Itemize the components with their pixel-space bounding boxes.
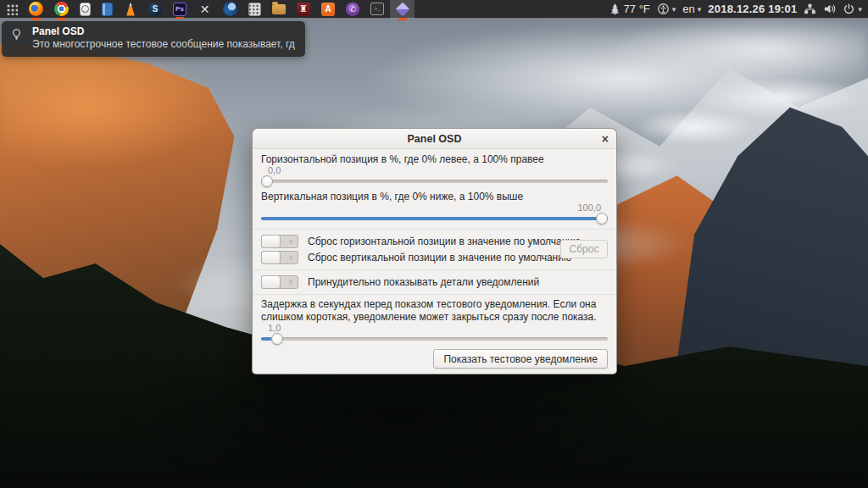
running-indicator	[175, 17, 184, 19]
panel-osd-icon[interactable]	[395, 2, 409, 16]
blue-book-app-icon[interactable]	[102, 3, 113, 16]
close-button[interactable]: ×	[602, 133, 609, 145]
network-icon[interactable]	[804, 3, 816, 15]
clock-indicator[interactable]: 2018.12.26 19:01	[708, 3, 797, 15]
notification-title: Panel OSD	[32, 25, 295, 38]
chevron-down-icon: ▾	[672, 5, 676, 14]
running-indicator	[398, 18, 407, 20]
separator	[253, 294, 616, 295]
horizontal-position-label: Горизонтальной позиция в %, где 0% левее…	[261, 153, 608, 165]
keyboard-layout-indicator[interactable]: en ▾	[682, 3, 701, 15]
dialog-body: Горизонтальной позиция в %, где 0% левее…	[253, 149, 616, 369]
notification-bubble[interactable]: Panel OSD Это многострочное тестовое соо…	[2, 21, 305, 57]
power-icon	[843, 3, 855, 15]
force-details-row: ○ Принудительно показывать детали уведом…	[261, 274, 608, 290]
vlc-icon[interactable]	[124, 3, 137, 16]
store-glyph: A	[325, 4, 331, 14]
reset-vertical-row: ○ Сброс вертикальной позиции в значение …	[261, 249, 554, 265]
switch-off-glyph: ○	[289, 236, 293, 245]
tools-glyph: ✕	[200, 3, 210, 16]
desktop: SPs✕♜A✆>_ 77 °F ▾ en ▾ 2018.12.26 19:01 …	[0, 0, 868, 488]
s-app-glyph: S	[153, 4, 159, 14]
separator	[253, 269, 616, 270]
chevron-down-icon: ▾	[858, 5, 862, 14]
horizontal-position-slider[interactable]	[261, 175, 608, 187]
s-app-icon[interactable]: S	[148, 3, 162, 16]
horizontal-position-value: 0,0	[268, 165, 608, 175]
delay-slider[interactable]	[261, 333, 608, 345]
force-details-label: Принудительно показывать детали уведомле…	[308, 276, 539, 288]
firefox-icon[interactable]	[29, 2, 43, 16]
power-indicator[interactable]: ▾	[843, 3, 862, 15]
reset-vertical-label: Сброс вертикальной позиции в значение по…	[308, 252, 571, 263]
reset-section: ○ Сброс горизонтальной позиции в значени…	[261, 233, 608, 265]
vertical-position-slider[interactable]	[261, 213, 608, 225]
switch-handle[interactable]	[261, 275, 281, 289]
photoshop-icon[interactable]: Ps	[173, 3, 186, 16]
slider-fill	[261, 217, 608, 220]
reset-button[interactable]: Сброс	[560, 240, 608, 258]
slider-track[interactable]	[261, 337, 608, 341]
reset-horizontal-label: Сброс горизонтальной позиции в значение …	[308, 236, 581, 247]
phone-app-icon[interactable]	[80, 3, 91, 16]
top-panel: SPs✕♜A✆>_ 77 °F ▾ en ▾ 2018.12.26 19:01 …	[0, 0, 868, 19]
language-label: en	[682, 3, 694, 15]
reset-horizontal-switch[interactable]: ○	[261, 235, 298, 248]
separator	[253, 229, 616, 230]
slider-thumb[interactable]	[271, 333, 283, 345]
calculator-icon[interactable]	[248, 3, 261, 16]
slider-thumb[interactable]	[596, 213, 608, 225]
lightbulb-icon	[10, 28, 23, 41]
vertical-position-value: 100,0	[261, 202, 601, 213]
volume-icon[interactable]	[823, 3, 836, 15]
tower-app-glyph: ♜	[299, 4, 308, 14]
tools-icon[interactable]: ✕	[198, 2, 212, 16]
switch-handle[interactable]	[261, 235, 281, 248]
viber-glyph: ✆	[349, 4, 356, 14]
delay-value: 1,0	[268, 323, 608, 333]
chevron-down-icon: ▾	[698, 5, 702, 14]
vertical-position-label: Вертикальная позиция в %, где 0% ниже, а…	[261, 191, 608, 202]
dialog-titlebar[interactable]: Panel OSD ×	[253, 129, 616, 149]
running-indicator	[58, 18, 66, 20]
dialog-actions: Показать тестовое уведомление	[261, 349, 608, 369]
switch-handle[interactable]	[261, 251, 281, 264]
weather-indicator[interactable]: 77 °F	[609, 3, 650, 15]
switch-off-glyph: ○	[289, 277, 293, 286]
files-icon[interactable]	[272, 4, 286, 14]
show-test-notification-button[interactable]: Показать тестовое уведомление	[433, 349, 608, 369]
reset-horizontal-row: ○ Сброс горизонтальной позиции в значени…	[261, 233, 554, 249]
terminal-icon[interactable]: >_	[370, 3, 384, 15]
force-details-switch[interactable]: ○	[261, 275, 298, 289]
notification-message: Это многострочное тестовое сообщение пок…	[32, 38, 295, 51]
panel-osd-dialog: Panel OSD × Горизонтальной позиция в %, …	[252, 128, 617, 374]
weather-tree-icon	[609, 3, 621, 15]
slider-track[interactable]	[261, 180, 608, 183]
slider-track[interactable]	[261, 217, 608, 220]
app-grid-icon[interactable]	[6, 3, 18, 15]
slider-thumb[interactable]	[261, 175, 273, 187]
viber-icon[interactable]: ✆	[346, 3, 359, 16]
accessibility-indicator[interactable]: ▾	[657, 3, 676, 15]
delay-label: Задержка в секундах перед показом тестов…	[261, 298, 608, 323]
accessibility-icon	[657, 3, 670, 15]
slider-fill	[261, 337, 271, 341]
photoshop-glyph: Ps	[175, 5, 184, 13]
terminal-glyph: >_	[374, 6, 380, 12]
panel-apps: SPs✕♜A✆>_	[6, 2, 409, 16]
switch-off-glyph: ○	[289, 252, 293, 261]
reset-vertical-switch[interactable]: ○	[261, 251, 298, 264]
running-indicator	[32, 18, 41, 20]
store-icon[interactable]: A	[321, 3, 335, 16]
thunderbird-icon[interactable]	[223, 2, 237, 16]
temperature-label: 77 °F	[624, 3, 650, 15]
panel-status-area: 77 °F ▾ en ▾ 2018.12.26 19:01 ▾	[609, 3, 862, 15]
dialog-title: Panel OSD	[408, 133, 462, 145]
chrome-icon[interactable]	[54, 2, 69, 16]
tower-app-icon[interactable]: ♜	[297, 3, 310, 16]
